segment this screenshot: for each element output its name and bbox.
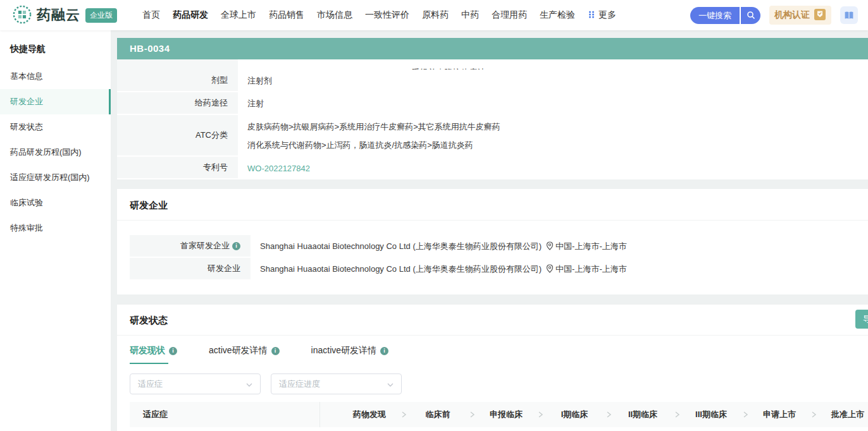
rd-status-filters: 适应症 适应症进度	[130, 373, 855, 394]
route-value: 注射	[238, 92, 868, 115]
info-icon[interactable]: i	[271, 347, 280, 355]
atc-label: ATC分类	[117, 115, 238, 157]
sidebar-item-rd-company[interactable]: 研发企业	[0, 89, 111, 114]
sidebar-item-clinical-trials[interactable]: 临床试验	[0, 190, 111, 216]
first-rd-company-label: 首家研发企业 i	[130, 235, 251, 258]
quick-search-button[interactable]: 一键搜索	[690, 7, 740, 24]
app-logo-icon	[13, 5, 32, 26]
location-pin-icon	[546, 241, 554, 252]
column-header-preclinical: 临床前	[407, 409, 468, 420]
nav-item-consistency-eval[interactable]: 一致性评价	[365, 9, 409, 21]
search-icon[interactable]	[741, 7, 760, 24]
nav-item-global-launch[interactable]: 全球上市	[221, 9, 256, 21]
table-row: 剂型 注射剂	[117, 70, 868, 92]
drug-id-banner: HB-0034	[117, 38, 868, 59]
export-button[interactable]: 导出	[855, 310, 868, 329]
nav-more-menu[interactable]: 更多	[588, 9, 616, 21]
column-header-phase-1: I期临床	[544, 409, 605, 420]
chevron-down-icon	[246, 379, 252, 389]
company-location: 中国-上海市-上海市	[555, 241, 627, 252]
column-header-nda-filed: 申请上市	[749, 409, 810, 420]
nav-item-drug-sales[interactable]: 药品销售	[269, 9, 304, 21]
topbar-right-actions: 一键搜索 机构认证	[690, 6, 858, 25]
section-title: 研发企业	[130, 200, 168, 210]
dosage-form-label: 剂型	[117, 70, 238, 92]
nav-item-rational-use[interactable]: 合理用药	[492, 9, 527, 21]
dosage-form-value: 注射剂	[238, 70, 868, 92]
location-pin-icon	[546, 264, 554, 275]
main-nav: 首页 药品研发 全球上市 药品销售 市场信息 一致性评价 原料药 中药 合理用药…	[142, 9, 616, 21]
column-header-phase-2: II期临床	[612, 409, 673, 420]
rd-company-card: 研发企业 首家研发企业 i Shanghai Huaaotai Biotechn…	[117, 189, 868, 294]
sidebar-item-basic-info[interactable]: 基本信息	[0, 64, 111, 89]
rd-company-header: 研发企业	[117, 189, 868, 220]
brand-logo[interactable]: 药融云 企业版	[13, 5, 117, 26]
sidebar-item-indication-history-domestic[interactable]: 适应症研发历程(国内)	[0, 165, 111, 190]
rd-status-card: 研发状态 导出 研发现状 i active研发详情 i inactive研发详情…	[117, 305, 868, 431]
nav-item-tcm[interactable]: 中药	[461, 9, 479, 21]
patent-value: WO-2022127842	[238, 157, 868, 179]
table-row: ATC分类 皮肤病药物>抗银屑病药>系统用治疗牛皮癣药>其它系统用抗牛皮癣药 消…	[117, 115, 868, 157]
main-content: HB-0034 Recombinant monoclonal antibody …	[117, 30, 868, 431]
enterprise-badge: 企业版	[85, 8, 117, 23]
column-header-phase-3: III期临床	[681, 409, 741, 420]
stage-columns: 药物发现 临床前 申报临床 I期临床 II期临床 III期临床 申请上市 批准上…	[320, 402, 868, 427]
stage-arrow-icon	[468, 411, 476, 418]
library-icon[interactable]	[840, 6, 858, 24]
stage-arrow-icon	[605, 411, 612, 418]
column-header-approved: 批准上市	[817, 409, 868, 420]
nav-item-market-info[interactable]: 市场信息	[317, 9, 352, 21]
nav-item-drug-rd[interactable]: 药品研发	[173, 9, 208, 21]
brand-name: 药融云	[37, 6, 80, 25]
indication-stage-table-header: 适应症 药物发现 临床前 申报临床 I期临床 II期临床 III期临床 申请上市…	[130, 402, 868, 427]
chevron-down-icon	[387, 379, 394, 389]
patent-label: 专利号	[117, 157, 238, 179]
rd-status-tabs: 研发现状 i active研发详情 i inactive研发详情 i	[130, 336, 855, 364]
stage-arrow-icon	[810, 411, 817, 418]
section-title: 研发状态	[130, 315, 168, 325]
nav-item-production-inspection[interactable]: 生产检验	[540, 9, 575, 21]
org-certification-badge[interactable]: 机构认证	[769, 6, 831, 25]
therapy-type-value: Recombinant monoclonal antibody therapy（…	[238, 59, 868, 70]
nav-item-api[interactable]: 原料药	[422, 9, 449, 21]
column-header-drug-discovery: 药物发现	[339, 409, 400, 420]
patent-number-link[interactable]: WO-2022127842	[247, 164, 310, 173]
info-icon[interactable]: i	[169, 347, 177, 355]
company-name: Shanghai Huaaotai Biotechnology Co Ltd (…	[260, 241, 542, 252]
company-name: Shanghai Huaaotai Biotechnology Co Ltd (…	[260, 264, 542, 275]
indication-progress-select[interactable]: 适应症进度	[271, 373, 402, 394]
sidebar-item-special-approval[interactable]: 特殊审批	[0, 216, 111, 241]
info-icon[interactable]: i	[232, 242, 240, 250]
column-header-indication: 适应症	[130, 402, 320, 427]
sidebar-title: 快捷导航	[0, 30, 111, 64]
indication-select[interactable]: 适应症	[130, 373, 261, 394]
rd-status-header: 研发状态 导出	[130, 305, 855, 335]
atc-value: 皮肤病药物>抗银屑病药>系统用治疗牛皮癣药>其它系统用抗牛皮癣药 消化系统与代谢…	[238, 115, 868, 157]
org-certification-label: 机构认证	[774, 9, 810, 21]
company-location: 中国-上海市-上海市	[555, 264, 627, 275]
nav-item-home[interactable]: 首页	[142, 9, 160, 21]
info-icon[interactable]: i	[380, 347, 388, 355]
first-rd-company-value: Shanghai Huaaotai Biotechnology Co Ltd (…	[251, 235, 868, 258]
stage-arrow-icon	[400, 411, 407, 418]
table-row: 给药途径 注射	[117, 92, 868, 115]
stage-arrow-icon	[673, 411, 681, 418]
tab-active-rd-details[interactable]: active研发详情 i	[209, 345, 280, 364]
atc-line-1: 皮肤病药物>抗银屑病药>系统用治疗牛皮癣药>其它系统用抗牛皮癣药	[247, 118, 500, 136]
sidebar-item-rd-status[interactable]: 研发状态	[0, 114, 111, 140]
sidebar-item-rd-history-domestic[interactable]: 药品研发历程(国内)	[0, 140, 111, 165]
rd-company-label: 研发企业	[130, 258, 251, 281]
tab-inactive-rd-details[interactable]: inactive研发详情 i	[311, 345, 388, 364]
tab-rd-current-status[interactable]: 研发现状 i	[130, 345, 177, 364]
divider	[117, 220, 868, 221]
quick-nav-sidebar: 快捷导航 基本信息 研发企业 研发状态 药品研发历程(国内) 适应症研发历程(国…	[0, 30, 111, 431]
table-row: 首家研发企业 i Shanghai Huaaotai Biotechnology…	[130, 235, 868, 258]
table-row: 研发企业 Shanghai Huaaotai Biotechnology Co …	[130, 258, 868, 281]
quick-search-control[interactable]: 一键搜索	[690, 7, 760, 24]
rd-company-rows: 首家研发企业 i Shanghai Huaaotai Biotechnology…	[117, 235, 868, 281]
route-label: 给药途径	[117, 92, 238, 115]
top-navigation-bar: 药融云 企业版 首页 药品研发 全球上市 药品销售 市场信息 一致性评价 原料药…	[0, 0, 868, 30]
stage-arrow-icon	[741, 411, 749, 418]
apps-grid-icon	[588, 10, 595, 21]
table-row: Recombinant monoclonal antibody therapy（…	[117, 59, 868, 70]
